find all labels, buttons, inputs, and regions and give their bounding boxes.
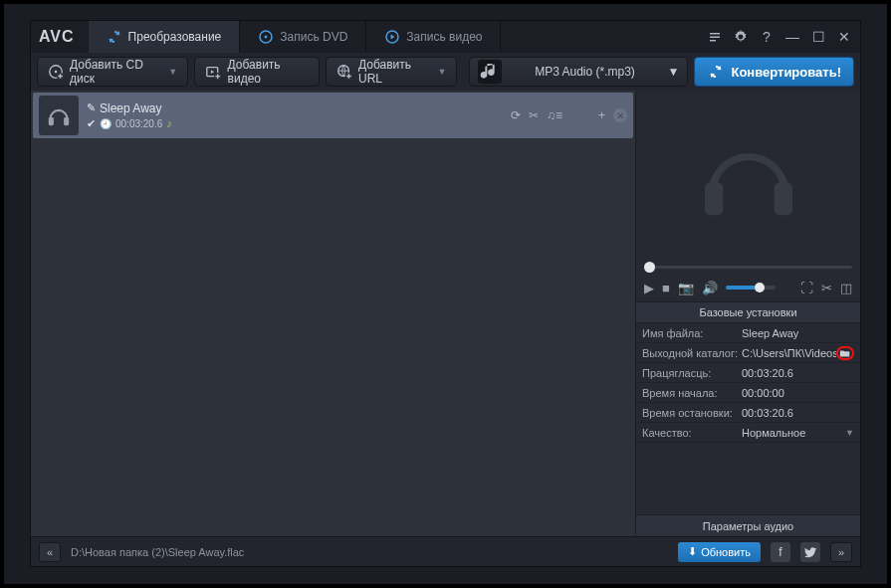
remove-icon[interactable]: ✕ [613,108,627,122]
add-url-button[interactable]: Добавить URL ▼ [326,57,458,87]
tab-record[interactable]: Запись видео [366,21,501,53]
refresh-icon[interactable]: ⟳ [511,108,521,122]
convert-button[interactable]: Конвертировать! [694,57,854,87]
settings-header: Базовые установки [636,301,860,323]
chevron-right-button[interactable]: » [830,542,852,562]
music-note-icon [478,60,502,84]
file-title: Sleep Away [100,101,162,115]
browse-folder-button[interactable] [836,346,854,360]
svg-rect-3 [710,33,720,35]
svg-rect-16 [774,182,791,215]
maximize-icon[interactable]: ☐ [810,29,826,45]
help-icon[interactable]: ? [759,29,775,45]
button-label: Конвертировать! [731,65,841,80]
facebook-icon[interactable]: f [771,542,790,562]
tab-label: Запись DVD [280,30,347,44]
svg-rect-14 [64,117,69,126]
note-icon: ♪ [166,117,172,129]
row-start-time: Время начала: 00:00:00 [636,383,860,403]
status-bar: « D:\Новая папка (2)\Sleep Away.flac ⬇ О… [31,536,860,566]
format-selector[interactable]: MP3 Audio (*.mp3) ▼ [469,57,688,87]
tab-convert[interactable]: Преобразование [89,21,241,53]
refresh-icon [707,63,725,81]
plus-icon[interactable]: + [598,108,605,122]
crop-icon[interactable]: ◫ [840,281,852,295]
svg-rect-15 [705,182,723,215]
file-meta: ✎ Sleep Away ✔ 🕘 00:03:20.6 ♪ [87,101,511,130]
svg-rect-13 [49,117,54,126]
check-icon[interactable]: ✔ [87,117,96,130]
menu-icon[interactable] [707,29,723,45]
button-label: Добавить URL [358,58,430,86]
row-quality: Качество: Нормальное ▼ [636,423,860,443]
start-value[interactable]: 00:00:00 [742,387,854,399]
camera-icon[interactable]: 📷 [678,281,694,295]
format-label: MP3 Audio (*.mp3) [512,65,657,79]
clock-icon: 🕘 [100,118,111,129]
svg-rect-5 [710,40,716,42]
player-controls: ▶ ■ 📷 🔊 ⛶ ✂ ◫ [636,274,860,301]
row-output-dir: Выходной каталог: C:\Users\ПК\Videos\An [636,343,860,363]
button-label: Добавить видео [228,58,309,86]
titlebar: AVC Преобразование Запись DVD Запись вид… [31,21,860,53]
add-video-button[interactable]: Добавить видео [194,57,320,87]
filename-value[interactable]: Sleep Away [742,327,854,339]
refresh-icon [107,29,122,45]
file-thumbnail [39,96,79,135]
main-area: ✎ Sleep Away ✔ 🕘 00:03:20.6 ♪ ⟳ ✂ ♫≡ [31,91,860,536]
stop-icon[interactable]: ■ [662,281,670,295]
scissors-icon[interactable]: ✂ [529,108,539,122]
caret-down-icon: ▼ [168,67,177,77]
duration-value: 00:03:20.6 [742,367,854,379]
expand-icon[interactable]: ⛶ [800,281,813,295]
button-label: Добавить CD диск [70,58,160,86]
caret-down-icon: ▼ [438,67,447,77]
svg-rect-4 [710,37,720,39]
playlist-icon[interactable]: ♫≡ [547,108,562,122]
window-buttons: ? — ☐ ✕ [707,29,852,45]
gear-icon[interactable] [733,29,749,45]
chevron-left-button[interactable]: « [39,542,61,562]
preview-area [636,91,860,260]
file-list-panel: ✎ Sleep Away ✔ 🕘 00:03:20.6 ♪ ⟳ ✂ ♫≡ [31,91,636,536]
headphones-icon [694,125,803,225]
twitter-icon[interactable] [800,542,820,562]
film-plus-icon [205,63,221,81]
update-button[interactable]: ⬇ Обновить [678,542,761,562]
right-panel: ▶ ■ 📷 🔊 ⛶ ✂ ◫ Базовые установки Имя файл… [636,91,860,536]
volume-slider[interactable] [726,286,776,290]
toolbar: Добавить CD диск ▼ Добавить видео Добави… [31,53,860,91]
close-icon[interactable]: ✕ [836,29,852,45]
row-filename: Имя файла: Sleep Away [636,323,860,343]
file-list-body [31,140,635,536]
disc-plus-icon [48,63,64,81]
file-actions: ⟳ ✂ ♫≡ + ✕ [511,108,627,122]
row-stop-time: Время остановки: 00:03:20.6 [636,403,860,423]
progress-knob[interactable] [644,262,655,273]
stop-value[interactable]: 00:03:20.6 [742,407,854,419]
pencil-icon[interactable]: ✎ [87,101,96,114]
scissors-icon[interactable]: ✂ [821,281,832,295]
app-window: AVC Преобразование Запись DVD Запись вид… [30,20,861,567]
tab-label: Запись видео [406,30,482,44]
quality-select[interactable]: Нормальное ▼ [742,427,854,439]
tab-dvd[interactable]: Запись DVD [240,21,366,53]
play-icon[interactable]: ▶ [644,281,654,295]
caret-down-icon: ▼ [845,428,854,438]
status-path: D:\Новая папка (2)\Sleep Away.flac [71,546,668,558]
download-icon: ⬇ [688,545,697,558]
app-logo: AVC [39,28,75,46]
output-dir-value[interactable]: C:\Users\ПК\Videos\An [742,347,836,359]
svg-point-7 [55,71,58,74]
disc-icon [258,29,274,45]
progress-bar[interactable] [636,260,860,274]
volume-icon[interactable]: 🔊 [702,281,718,295]
play-circle-icon [384,29,400,45]
globe-plus-icon [336,63,352,81]
add-cd-button[interactable]: Добавить CD диск ▼ [37,57,188,87]
caret-down-icon: ▼ [668,65,680,79]
minimize-icon[interactable]: — [784,29,800,45]
row-duration: Працягласць: 00:03:20.6 [636,363,860,383]
audio-params-button[interactable]: Параметры аудио [636,514,860,536]
file-item[interactable]: ✎ Sleep Away ✔ 🕘 00:03:20.6 ♪ ⟳ ✂ ♫≡ [33,93,633,138]
